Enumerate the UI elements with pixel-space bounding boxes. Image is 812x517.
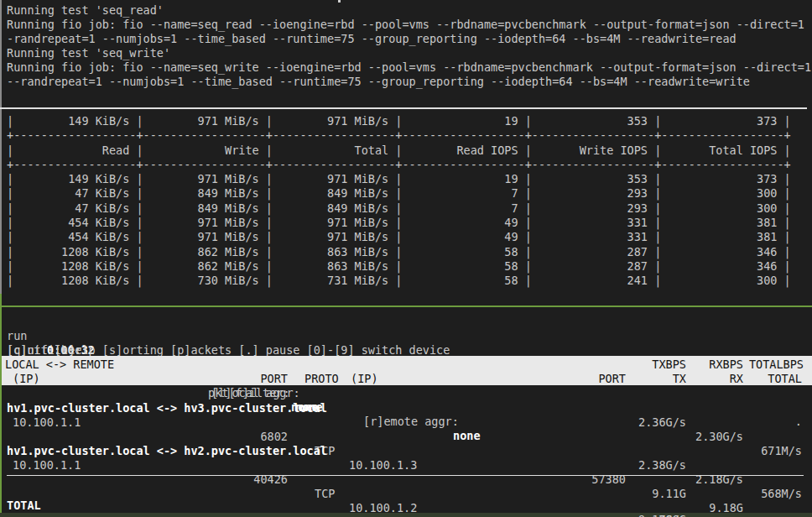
connection-local-ip: 10.100.1.1 (13, 458, 81, 473)
activity-indicator: . (795, 415, 802, 429)
fio-log-line: Running test 'seq_write' (7, 46, 170, 60)
scrolled-text-fragment (338, 0, 341, 3)
connection-tx-rate: 2.38G/s (638, 458, 686, 473)
header-local-remote: LOCAL <-> REMOTE (5, 358, 114, 372)
header-rx: RX (730, 372, 743, 386)
header-txbps: TXBPS (652, 358, 686, 372)
totals-volume-row: 288G 145G 433G (0, 499, 812, 513)
header-rxbps: RXBPS (709, 358, 743, 372)
pane-separator-active (0, 306, 812, 307)
totals-rate-row: TOTAL 9.17G/s 4.53G/s 13.7G/s (0, 484, 812, 499)
totals-divider (7, 475, 804, 476)
benchmark-results-table: | 149 KiB/s | 971 MiB/s | 971 MiB/s | 19… (7, 114, 791, 289)
header-local-ip: (IP) (13, 372, 40, 386)
header-local-port: PORT (260, 372, 288, 386)
connection-row-hosts: hv1.pvc-cluster.local <-> hv3.pvc-cluste… (0, 387, 812, 401)
pane-separator-top (0, 107, 807, 109)
connection-remote-ip: 10.100.1.3 (349, 458, 417, 473)
totals-tx-volume: 288G (658, 513, 686, 517)
remote-aggr-label: [r]emote aggr: (363, 415, 459, 429)
connection-row-detail: 10.100.1.1 6802 TCP 10.100.1.3 57380 9.1… (0, 401, 812, 415)
connection-row-detail: 10.100.1.1 40426 TCP 10.100.1.2 6802 9.1… (0, 444, 812, 458)
pane-border-left-top (0, 0, 2, 294)
jnettop-status-line-1: run 0:00:32 device bond0 pkt[f]ilter: no… (0, 315, 812, 329)
fio-log-line: Running test 'seq_read' (7, 3, 164, 18)
jnettop-status-line-2: [c]ntfilter: on [b]ps=bits/s [l]ocal agg… (0, 329, 812, 343)
jnettop-header-bar: LOCAL <-> REMOTE TXBPS RXBPS TOTALBPS (I… (2, 356, 812, 385)
header-remote-ip: (IP) (351, 372, 378, 386)
header-tx: TX (673, 372, 686, 386)
header-totalbps: TOTALBPS (749, 358, 804, 372)
connection-row-hosts: hv1.pvc-cluster.local <-> hv2.pvc-cluste… (0, 430, 812, 444)
connection-tx-rate: 2.36G/s (638, 415, 686, 430)
header-total: TOTAL (768, 372, 802, 386)
fio-log-line: -randrepeat=1 --numjobs=1 --time_based -… (7, 32, 737, 46)
fio-log-line: Running fio job: fio --name=seq_write --… (7, 60, 811, 75)
fio-log-line: Running fio job: fio --name=seq_read --i… (7, 18, 812, 32)
header-proto: PROTO (304, 372, 339, 386)
header-remote-port: PORT (598, 372, 626, 386)
fio-log-line: --randrepeat=1 --numjobs=1 --time_based … (7, 75, 750, 89)
connection-local-ip: 10.100.1.1 (13, 415, 81, 430)
terminal-window: Running test 'seq_read' Running fio job:… (0, 0, 812, 517)
